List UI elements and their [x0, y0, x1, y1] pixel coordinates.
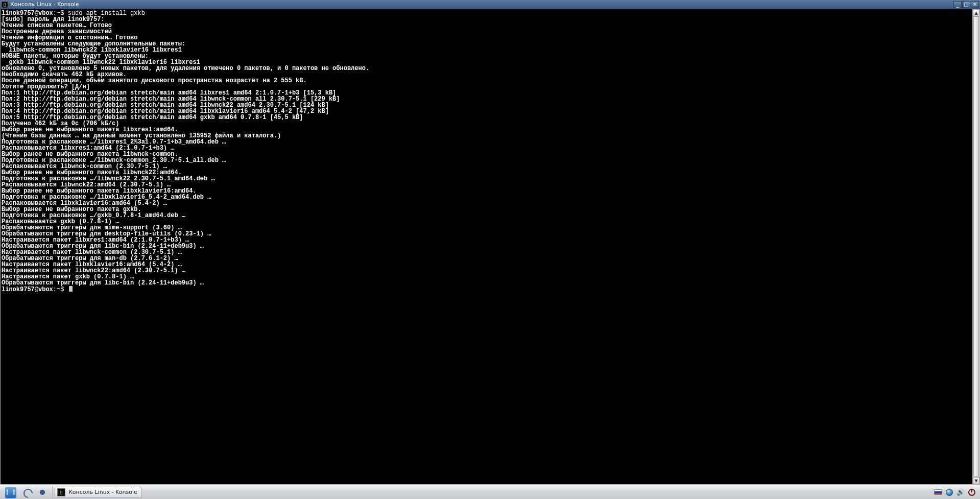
window-titlebar: ▯ Консоль Linux - Konsole _ ▢ ✕ [0, 0, 980, 9]
terminal-line: [sudo] пароль для linok9757: [2, 16, 971, 22]
volume-icon[interactable]: 🔊 [957, 488, 965, 496]
network-globe-icon[interactable] [945, 488, 953, 496]
terminal-line: Обрабатываются триггеры для libc-bin (2.… [2, 280, 971, 286]
terminal-line: Подготовка к распаковке …/gxkb_0.7.8-1_a… [2, 212, 971, 219]
power-icon[interactable] [968, 488, 976, 496]
window-body: linok9757@vbox:~$ sudo apt install gxkb[… [0, 9, 980, 485]
terminal-line: После данной операции, объём занятого ди… [2, 78, 971, 84]
task-icon: ▯ [57, 488, 65, 496]
terminal-line: Распаковывается libxklavier16:amd64 (5.4… [2, 200, 971, 206]
terminal-line: Настраивается пакет libwnck22:amd64 (2.3… [2, 268, 971, 274]
taskbar-task-konsole[interactable]: ▯ Консоль Linux - Konsole [55, 487, 142, 498]
quick-launch-tool1[interactable] [20, 487, 34, 498]
app-icon: ▯ [1, 1, 8, 8]
terminal-line: Чтение списков пакетов… Готово [2, 22, 971, 29]
taskbar-separator [52, 487, 53, 498]
scroll-up-button[interactable]: ▲ [973, 9, 979, 16]
terminal-line: linok9757@vbox:~$ sudo apt install gxkb [2, 10, 971, 16]
keyboard-layout-flag-icon[interactable] [934, 488, 942, 496]
vertical-scrollbar[interactable]: ▲ ▼ [972, 9, 979, 484]
scroll-track[interactable] [973, 16, 979, 477]
minimize-button[interactable]: _ [953, 1, 962, 8]
task-label: Консоль Linux - Konsole [68, 489, 137, 495]
scroll-thumb[interactable] [973, 16, 979, 477]
maximize-button[interactable]: ▢ [962, 1, 970, 8]
terminal-line: Пол:5 http://ftp.debian.org/debian stret… [2, 114, 971, 121]
taskbar: ⋮⋮ ▯ Консоль Linux - Konsole 🔊 [0, 485, 980, 499]
terminal-line: Построение дерева зависимостей [2, 29, 971, 35]
close-button[interactable]: ✕ [971, 1, 979, 8]
quick-launch-tool2[interactable] [36, 487, 49, 498]
window-title: Консоль Linux - Konsole [10, 1, 79, 8]
start-button[interactable]: ⋮⋮ [3, 487, 18, 498]
scroll-down-button[interactable]: ▼ [973, 477, 979, 484]
terminal-line: linok9757@vbox:~$ [2, 286, 971, 293]
terminal[interactable]: linok9757@vbox:~$ sudo apt install gxkb[… [1, 9, 972, 484]
terminal-line: обновлено 0, установлено 5 новых пакетов… [2, 65, 971, 72]
system-tray: 🔊 [934, 488, 978, 496]
cursor [69, 286, 73, 292]
